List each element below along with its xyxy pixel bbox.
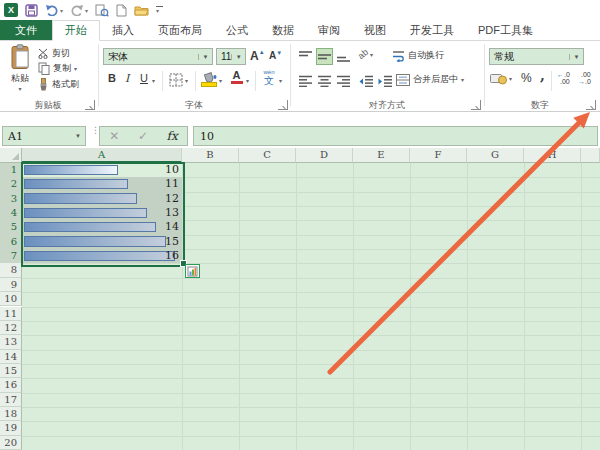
bold-button[interactable]: B [108, 72, 116, 84]
tab-PDF工具集[interactable]: PDF工具集 [466, 20, 545, 40]
font-name-combo[interactable]: 宋体 ▼ [103, 48, 213, 65]
column-header-E[interactable]: E [353, 148, 410, 163]
tab-file[interactable]: 文件 [0, 20, 52, 40]
copy-dropdown-icon[interactable]: ▾ [74, 65, 77, 72]
save-icon[interactable] [25, 4, 38, 17]
fill-color-button[interactable] [201, 71, 217, 87]
font-size-dropdown-icon[interactable]: ▼ [231, 54, 245, 60]
new-file-icon[interactable] [116, 4, 127, 17]
decrease-indent-button[interactable] [357, 72, 374, 89]
row-header-3[interactable]: 3 [0, 192, 22, 206]
qat-customize-icon[interactable]: ▾ [156, 6, 163, 14]
align-left-button[interactable] [297, 72, 314, 89]
redo-dropdown-icon[interactable]: ▾ [85, 7, 88, 14]
tab-页面布局[interactable]: 页面布局 [146, 20, 214, 40]
format-painter-button[interactable]: 格式刷 [38, 78, 79, 91]
print-preview-icon[interactable] [95, 4, 109, 17]
cut-button[interactable]: 剪切 [38, 47, 70, 60]
accounting-format-button[interactable]: ▾ [490, 72, 512, 85]
border-button[interactable] [169, 73, 183, 87]
italic-button[interactable]: I [125, 72, 129, 85]
row-header-7[interactable]: 7 [0, 249, 22, 263]
merge-center-button[interactable]: 合并后居中 ▾ [396, 73, 464, 86]
column-header-D[interactable]: D [296, 148, 353, 163]
paste-button[interactable]: 粘贴 ▾ [4, 44, 36, 96]
row-header-2[interactable]: 2 [0, 177, 22, 191]
row-header-11[interactable]: 11 [0, 307, 22, 321]
tab-数据[interactable]: 数据 [260, 20, 306, 40]
underline-dropdown-icon[interactable]: ▾ [152, 77, 155, 84]
number-dialog-launcher-icon[interactable] [586, 100, 596, 110]
quick-analysis-button[interactable] [185, 264, 200, 278]
row-header-4[interactable]: 4 [0, 206, 22, 220]
row-header-12[interactable]: 12 [0, 321, 22, 335]
cancel-icon[interactable]: ✕ [109, 129, 119, 143]
row-header-17[interactable]: 17 [0, 393, 22, 407]
orientation-dropdown-icon[interactable]: ▾ [370, 51, 373, 58]
row-header-20[interactable]: 20 [0, 436, 22, 450]
orientation-button[interactable]: ab ▾ [358, 49, 373, 59]
undo-dropdown-icon[interactable]: ▾ [60, 7, 63, 14]
open-folder-icon[interactable] [134, 4, 149, 16]
font-dialog-launcher-icon[interactable] [278, 100, 288, 110]
align-top-button[interactable] [297, 48, 314, 65]
wrap-text-button[interactable]: 自动换行 [392, 49, 444, 62]
accounting-format-dropdown-icon[interactable]: ▾ [509, 75, 512, 82]
align-bottom-button[interactable] [335, 48, 352, 65]
fill-color-dropdown-icon[interactable]: ▾ [219, 77, 222, 84]
copy-button[interactable]: 复制 ▾ [38, 62, 77, 75]
row-header-8[interactable]: 8 [0, 263, 22, 277]
tab-插入[interactable]: 插入 [100, 20, 146, 40]
paste-dropdown-icon[interactable]: ▾ [4, 85, 36, 92]
phonetic-dropdown-icon[interactable]: ▾ [279, 77, 282, 84]
font-color-dropdown-icon[interactable]: ▾ [246, 77, 249, 84]
insert-function-button[interactable]: fx [166, 129, 177, 143]
phonetic-button[interactable]: wén 文 [261, 69, 277, 86]
formula-input[interactable]: 10 [193, 126, 598, 146]
row-header-16[interactable]: 16 [0, 378, 22, 392]
row-header-15[interactable]: 15 [0, 364, 22, 378]
font-color-button[interactable]: A [230, 70, 243, 84]
number-format-combo[interactable]: 常规 ▼ [489, 48, 584, 65]
row-header-6[interactable]: 6 [0, 235, 22, 249]
tab-开始[interactable]: 开始 [52, 20, 100, 41]
increase-decimal-button[interactable]: ←.0 .00 [557, 71, 574, 85]
row-header-14[interactable]: 14 [0, 350, 22, 364]
increase-indent-button[interactable] [376, 72, 393, 89]
row-header-18[interactable]: 18 [0, 407, 22, 421]
tab-公式[interactable]: 公式 [214, 20, 260, 40]
select-all-corner[interactable] [0, 148, 22, 163]
number-format-dropdown-icon[interactable]: ▼ [569, 54, 583, 60]
merge-center-dropdown-icon[interactable]: ▾ [461, 76, 464, 83]
excel-logo-icon[interactable]: X [4, 3, 18, 17]
align-right-button[interactable] [335, 72, 352, 89]
column-header-C[interactable]: C [239, 148, 296, 163]
comma-style-button[interactable]: , [540, 67, 545, 83]
border-dropdown-icon[interactable]: ▾ [185, 77, 188, 84]
column-header-B[interactable]: B [182, 148, 239, 163]
row-header-1[interactable]: 1 [0, 163, 22, 177]
redo-button[interactable]: ▾ [70, 4, 88, 16]
decrease-decimal-button[interactable]: .00 →.0 [578, 71, 595, 85]
shrink-font-button[interactable]: A▼ [269, 50, 282, 61]
underline-button[interactable]: U [140, 72, 148, 84]
tab-审阅[interactable]: 审阅 [306, 20, 352, 40]
clipboard-dialog-launcher-icon[interactable] [85, 100, 95, 110]
column-header-partial[interactable] [581, 148, 600, 163]
align-middle-button[interactable] [316, 48, 333, 65]
row-header-10[interactable]: 10 [0, 292, 22, 306]
undo-button[interactable]: ▾ [45, 4, 63, 16]
row-header-19[interactable]: 19 [0, 421, 22, 435]
tab-视图[interactable]: 视图 [352, 20, 398, 40]
column-header-G[interactable]: G [467, 148, 524, 163]
font-name-dropdown-icon[interactable]: ▼ [198, 54, 212, 60]
column-header-H[interactable]: H [524, 148, 581, 163]
row-header-9[interactable]: 9 [0, 278, 22, 292]
grow-font-button[interactable]: A▲ [250, 49, 265, 63]
tab-开发工具[interactable]: 开发工具 [398, 20, 466, 40]
row-header-5[interactable]: 5 [0, 220, 22, 234]
align-center-button[interactable] [316, 72, 333, 89]
enter-icon[interactable]: ✓ [138, 129, 148, 143]
name-box-dropdown-icon[interactable]: ▼ [71, 133, 85, 139]
font-size-combo[interactable]: 11 ▼ [216, 48, 246, 65]
